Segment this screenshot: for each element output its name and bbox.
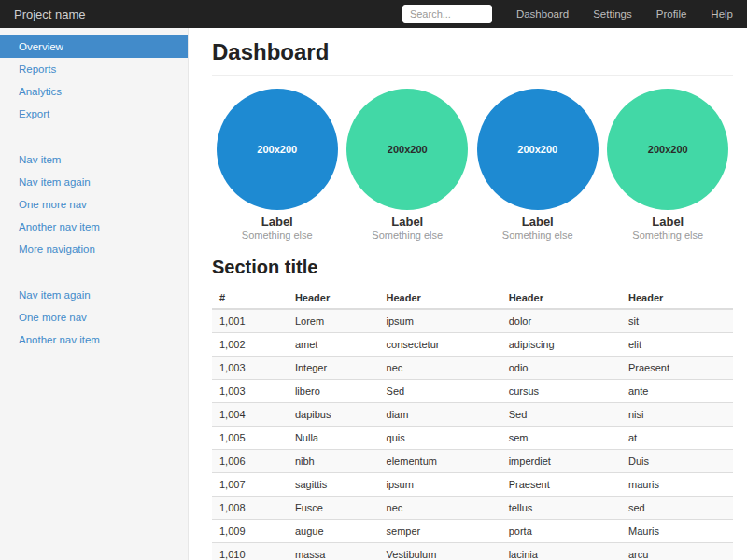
table-cell-id: 1,002	[212, 333, 288, 357]
table-row: 1,008 Fusce nec tellus sed	[212, 497, 733, 520]
table-row: 1,002 amet consectetur adipiscing elit	[212, 333, 733, 357]
table-cell: Lorem	[288, 309, 379, 333]
section-title: Section title	[212, 257, 733, 278]
table-cell: arcu	[621, 543, 733, 560]
sidebar-item[interactable]: More navigation	[0, 238, 188, 260]
table-cell: ipsum	[379, 309, 501, 333]
placeholder-card: 200x200 Label Something else	[472, 89, 603, 241]
sidebar-item[interactable]: Nav item	[0, 148, 188, 171]
sidebar-item[interactable]: Nav item again	[0, 171, 188, 193]
table-row: 1,005 Nulla quis sem at	[212, 427, 733, 450]
table-header-cell: Header	[379, 287, 501, 309]
table-cell: nisi	[621, 403, 733, 427]
table-row: 1,003 Integer nec odio Praesent	[212, 357, 733, 380]
sidebar-item[interactable]: Analytics	[0, 80, 188, 103]
table-cell-id: 1,004	[212, 403, 288, 427]
table-cell: elit	[621, 333, 733, 357]
placeholder-label: Label	[212, 215, 343, 229]
table-cell: nibh	[288, 450, 379, 473]
sidebar: Overview Reports Analytics Export Nav it…	[0, 28, 189, 560]
table-cell: sem	[501, 427, 621, 450]
table-cell-id: 1,005	[212, 427, 288, 450]
table-header-cell: #	[212, 287, 288, 309]
table-cell-id: 1,007	[212, 473, 288, 497]
table-cell-id: 1,003	[212, 380, 288, 403]
table-cell: tellus	[501, 497, 621, 520]
placeholder-label: Label	[343, 215, 473, 229]
table-cell: augue	[288, 520, 379, 543]
table-cell: adipiscing	[501, 333, 621, 357]
table-cell: nec	[379, 357, 501, 380]
placeholder-subtext: Something else	[343, 230, 473, 241]
table-cell: libero	[288, 380, 379, 403]
table-cell: nec	[379, 497, 501, 520]
table-cell: at	[621, 427, 733, 450]
table-cell: lacinia	[501, 543, 621, 560]
table-row: 1,006 nibh elementum imperdiet Duis	[212, 450, 733, 473]
table-cell: massa	[288, 543, 379, 560]
placeholder-label: Label	[472, 215, 603, 229]
table-cell: cursus	[501, 380, 621, 403]
sidebar-item[interactable]: Another nav item	[0, 216, 188, 238]
table-header-cell: Header	[288, 287, 379, 309]
table-header-cell: Header	[501, 287, 621, 309]
table-cell: Sed	[379, 380, 501, 403]
placeholder-circle-image: 200x200	[346, 89, 468, 210]
placeholder-card: 200x200 Label Something else	[603, 89, 734, 241]
sidebar-item[interactable]: Nav item again	[0, 284, 188, 306]
placeholder-label: Label	[603, 215, 734, 229]
placeholder-size-text: 200x200	[517, 144, 557, 155]
table-cell: dapibus	[288, 403, 379, 427]
table-cell: Mauris	[621, 520, 733, 543]
table-cell: Integer	[288, 357, 379, 380]
table-cell-id: 1,006	[212, 450, 288, 473]
page-title: Dashboard	[212, 39, 733, 76]
table-cell-id: 1,010	[212, 543, 288, 560]
table-cell: Sed	[501, 403, 621, 427]
table-cell-id: 1,001	[212, 309, 288, 333]
sidebar-item[interactable]: Overview	[0, 35, 188, 58]
sidebar-item[interactable]: One more nav	[0, 193, 188, 216]
table-row: 1,009 augue semper porta Mauris	[212, 520, 733, 543]
table-row: 1,001 Lorem ipsum dolor sit	[212, 309, 733, 333]
table-cell: amet	[288, 333, 379, 357]
table-cell: dolor	[501, 309, 621, 333]
table-cell: quis	[379, 427, 501, 450]
sidebar-item[interactable]: One more nav	[0, 306, 188, 329]
table-cell: elementum	[379, 450, 501, 473]
placeholder-circle-image: 200x200	[217, 89, 338, 210]
table-row: 1,010 massa Vestibulum lacinia arcu	[212, 543, 733, 560]
table-cell-id: 1,009	[212, 520, 288, 543]
table-cell: Fusce	[288, 497, 379, 520]
table-row: 1,003 libero Sed cursus ante	[212, 380, 733, 403]
navbar-link[interactable]: Settings	[593, 8, 632, 20]
table-cell-id: 1,008	[212, 497, 288, 520]
table-cell: Duis	[621, 450, 733, 473]
placeholder-circle-image: 200x200	[477, 89, 599, 210]
navbar-link[interactable]: Help	[711, 8, 733, 20]
table-cell: mauris	[621, 473, 733, 497]
table-head: # Header Header Header Header	[212, 287, 733, 309]
table-cell: ante	[621, 380, 733, 403]
search-input[interactable]	[402, 5, 492, 23]
sidebar-item[interactable]: Another nav item	[0, 329, 188, 351]
table-cell: sed	[621, 497, 733, 520]
table-cell-id: 1,003	[212, 357, 288, 380]
sidebar-item[interactable]: Reports	[0, 58, 188, 80]
brand-link[interactable]: Project name	[14, 7, 86, 21]
placeholder-subtext: Something else	[212, 230, 343, 241]
sidebar-item[interactable]: Export	[0, 103, 188, 125]
navbar-link[interactable]: Dashboard	[516, 8, 569, 20]
navbar-link[interactable]: Profile	[656, 8, 687, 20]
navbar-links: Dashboard Settings Profile Help	[492, 8, 733, 20]
placeholder-subtext: Something else	[472, 230, 603, 241]
placeholder-subtext: Something else	[603, 230, 734, 241]
table-cell: diam	[379, 403, 501, 427]
table-cell: imperdiet	[501, 450, 621, 473]
sidebar-group-2: Nav item Nav item again One more nav Ano…	[0, 148, 188, 260]
placeholder-size-text: 200x200	[257, 144, 297, 155]
placeholder-size-text: 200x200	[648, 144, 688, 155]
table-cell: Praesent	[621, 357, 733, 380]
placeholder-card: 200x200 Label Something else	[212, 89, 343, 241]
placeholder-card: 200x200 Label Something else	[343, 89, 473, 241]
